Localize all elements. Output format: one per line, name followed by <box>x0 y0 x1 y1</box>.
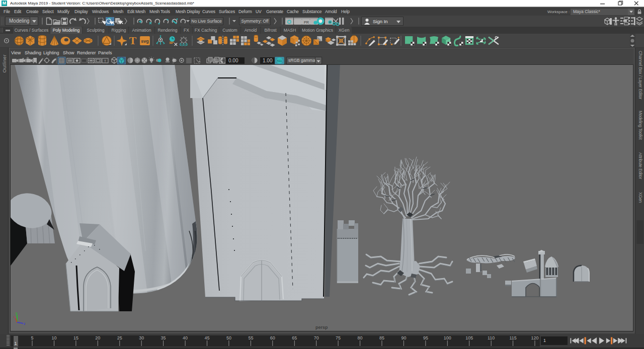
svg-text:55: 55 <box>248 335 253 340</box>
svg-text:40: 40 <box>183 335 188 340</box>
svg-text:T: T <box>104 59 107 63</box>
svg-text:x: x <box>14 315 15 318</box>
svg-text:50: 50 <box>226 335 231 340</box>
svg-text:1: 1 <box>14 341 17 346</box>
svg-text:60: 60 <box>270 335 275 340</box>
svg-text:110: 110 <box>488 335 495 340</box>
svg-text:80: 80 <box>358 335 363 340</box>
svg-text:0,0,0: 0,0,0 <box>180 42 188 47</box>
svg-text:z: z <box>24 322 26 325</box>
svg-text:15: 15 <box>73 335 78 340</box>
svg-text:105: 105 <box>465 335 473 340</box>
svg-text:70: 70 <box>314 335 319 340</box>
svg-text:85: 85 <box>379 335 384 340</box>
svg-text:120: 120 <box>531 335 538 340</box>
svg-text:5: 5 <box>31 335 33 340</box>
svg-text:y: y <box>16 311 18 315</box>
svg-text:20: 20 <box>95 335 100 340</box>
svg-text:PR: PR <box>304 21 309 24</box>
svg-text:115: 115 <box>509 335 516 340</box>
svg-text:100: 100 <box>444 335 451 340</box>
svg-text:T: T <box>129 35 137 47</box>
svg-text:75: 75 <box>336 335 341 340</box>
svg-text:95: 95 <box>423 335 428 340</box>
svg-text:35: 35 <box>161 335 166 340</box>
svg-text:90: 90 <box>401 335 406 340</box>
svg-text:511: 511 <box>277 59 282 62</box>
svg-text:10: 10 <box>51 335 56 340</box>
svg-text:65: 65 <box>292 335 297 340</box>
svg-text:45: 45 <box>204 335 209 340</box>
svg-text:svg: svg <box>141 39 149 44</box>
svg-text:25: 25 <box>117 335 122 340</box>
svg-text:30: 30 <box>139 335 144 340</box>
